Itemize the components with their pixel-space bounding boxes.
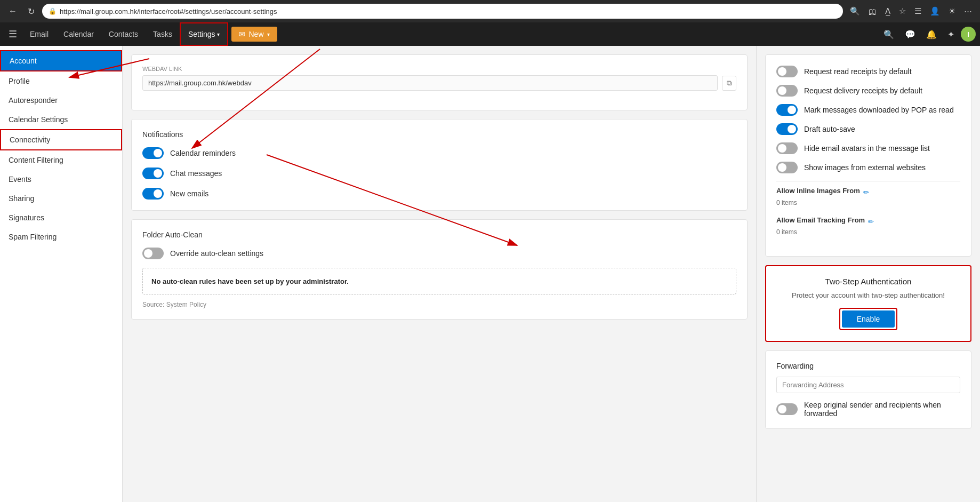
reader-view-icon[interactable]: A̲ — [882, 4, 893, 18]
sidebar-item-calendar-settings[interactable]: Calendar Settings — [0, 110, 122, 129]
folder-auto-clean-card: Folder Auto-Clean Override auto-clean se… — [131, 219, 748, 320]
two-step-title: Two-Step Authentication — [777, 277, 960, 286]
enable-button[interactable]: Enable — [842, 310, 895, 328]
toggle-row-delivery-receipts: Request delivery receipts by default — [776, 85, 960, 97]
toggle-row-calendar-reminders: Calendar reminders — [142, 147, 736, 159]
bookmark-icon[interactable]: ☆ — [896, 4, 909, 18]
reader-icon[interactable]: 🕮 — [866, 5, 879, 18]
sidebar-item-signatures[interactable]: Signatures — [0, 208, 122, 227]
toggle-row-hide-avatars: Hide email avatars in the message list — [776, 142, 960, 154]
label-calendar-reminders: Calendar reminders — [170, 149, 236, 157]
no-rules-text: No auto-clean rules have been set up by … — [151, 277, 349, 285]
back-button[interactable]: ← — [5, 4, 20, 18]
label-override: Override auto-clean settings — [170, 249, 263, 258]
two-step-auth-card: Two-Step Authentication Protect your acc… — [765, 265, 971, 342]
toolbar-nav: Email Calendar Contacts Tasks Settings ▾ — [22, 22, 228, 46]
toggle-row-read-receipts: Request read receipts by default — [776, 66, 960, 77]
theme-button[interactable]: ✦ — [943, 26, 959, 43]
sidebar-item-connectivity[interactable]: Connectivity — [0, 129, 122, 150]
two-step-description: Protect your account with two-step authe… — [777, 291, 960, 299]
label-read-receipts: Request read receipts by default — [804, 67, 912, 76]
label-new-emails: New emails — [170, 189, 208, 198]
sidebar-item-profile[interactable]: Profile — [0, 71, 122, 91]
sidebar-item-account[interactable]: Account — [0, 50, 122, 71]
toolbar-tasks[interactable]: Tasks — [146, 22, 180, 46]
label-show-images: Show images from external websites — [804, 163, 926, 172]
content-area: WEBDAV LINK ⧉ Notifications Calendar re — [123, 46, 980, 502]
webdav-card: WEBDAV LINK ⧉ — [131, 54, 748, 110]
toggle-chat-messages[interactable] — [142, 168, 164, 179]
label-draft-autosave: Draft auto-save — [804, 125, 855, 133]
allow-tracking-count: 0 items — [776, 228, 960, 236]
copy-button[interactable]: ⧉ — [722, 76, 736, 91]
sidebar-item-sharing[interactable]: Sharing — [0, 189, 122, 208]
label-delivery-receipts: Request delivery receipts by default — [804, 86, 922, 95]
extensions-icon[interactable]: ☀ — [946, 4, 958, 18]
toggle-hide-avatars[interactable] — [776, 142, 798, 154]
allow-inline-edit-icon[interactable]: ✏ — [863, 188, 869, 196]
sidebar-item-content-filtering[interactable]: Content Filtering — [0, 150, 122, 170]
toggle-row-keep-sender: Keep original sender and recipients when… — [776, 401, 960, 418]
toggle-keep-sender[interactable] — [776, 403, 798, 415]
url-text: https://mail.group.com.hk/interface/root… — [60, 7, 837, 15]
chat-button[interactable]: 💬 — [901, 26, 920, 43]
forwarding-address-input[interactable] — [776, 377, 960, 393]
toggle-draft-autosave[interactable] — [776, 123, 798, 135]
no-rules-box: No auto-clean rules have been set up by … — [142, 268, 736, 294]
toggle-override[interactable] — [142, 248, 164, 259]
main-layout: Account Profile Autoresponder Calendar S… — [0, 46, 980, 502]
email-settings-card: Request read receipts by default Request… — [765, 54, 971, 257]
sidebar-item-autoresponder[interactable]: Autoresponder — [0, 91, 122, 110]
allow-tracking-title: Allow Email Tracking From — [776, 216, 865, 224]
envelope-icon: ✉ — [239, 30, 245, 38]
browser-actions: 🔍 🕮 A̲ ☆ ☰ 👤 ☀ ⋯ — [847, 4, 975, 18]
label-chat-messages: Chat messages — [170, 169, 222, 178]
toggle-read-receipts[interactable] — [776, 66, 798, 77]
toggle-row-show-images: Show images from external websites — [776, 162, 960, 173]
user-avatar[interactable]: I — [961, 27, 976, 42]
toolbar-settings[interactable]: Settings ▾ — [180, 22, 229, 46]
label-hide-avatars: Hide email avatars in the message list — [804, 144, 930, 153]
webdav-label: WEBDAV LINK — [142, 66, 736, 72]
toggle-row-override: Override auto-clean settings — [142, 248, 736, 259]
toggle-row-pop-read: Mark messages downloaded by POP as read — [776, 104, 960, 116]
toolbar-contacts[interactable]: Contacts — [101, 22, 146, 46]
forwarding-title: Forwarding — [776, 362, 960, 370]
webdav-row: ⧉ — [142, 75, 736, 91]
allow-tracking-title-row: Allow Email Tracking From ✏ — [776, 216, 960, 227]
toggle-show-images[interactable] — [776, 162, 798, 173]
sidebar-toggle[interactable]: ☰ — [4, 25, 21, 43]
sidebar-item-events[interactable]: Events — [0, 170, 122, 189]
allow-inline-count: 0 items — [776, 199, 960, 206]
address-bar[interactable]: 🔒 https://mail.group.com.hk/interface/ro… — [42, 4, 843, 19]
browser-chrome: ← ↻ 🔒 https://mail.group.com.hk/interfac… — [0, 0, 980, 22]
allow-tracking-section: Allow Email Tracking From ✏ 0 items — [776, 216, 960, 236]
sidebar-item-spam-filtering[interactable]: Spam Filtering — [0, 227, 122, 246]
toggle-calendar-reminders[interactable] — [142, 147, 164, 159]
folder-auto-clean-title: Folder Auto-Clean — [142, 230, 736, 239]
toggle-row-draft-autosave: Draft auto-save — [776, 123, 960, 135]
allow-tracking-edit-icon[interactable]: ✏ — [868, 218, 874, 226]
lock-icon: 🔒 — [49, 7, 57, 15]
label-keep-sender: Keep original sender and recipients when… — [804, 401, 960, 418]
toggle-delivery-receipts[interactable] — [776, 85, 798, 97]
refresh-button[interactable]: ↻ — [25, 4, 38, 19]
zoom-icon[interactable]: 🔍 — [847, 4, 863, 18]
collections-icon[interactable]: ☰ — [912, 4, 924, 18]
copy-icon: ⧉ — [727, 79, 732, 87]
toggle-new-emails[interactable] — [142, 188, 164, 200]
webdav-input[interactable] — [142, 75, 718, 91]
new-button[interactable]: ✉ New ▾ — [231, 27, 277, 42]
bell-button[interactable]: 🔔 — [922, 26, 941, 43]
app-toolbar: ☰ Email Calendar Contacts Tasks Settings… — [0, 22, 980, 46]
main-panel: WEBDAV LINK ⧉ Notifications Calendar re — [123, 46, 756, 502]
toolbar-calendar[interactable]: Calendar — [56, 22, 101, 46]
toggle-pop-read[interactable] — [776, 104, 798, 116]
profile-icon[interactable]: 👤 — [927, 4, 943, 18]
forwarding-card: Forwarding Keep original sender and reci… — [765, 350, 971, 429]
toolbar-email[interactable]: Email — [22, 22, 56, 46]
right-panel: Request read receipts by default Request… — [756, 46, 980, 502]
search-button[interactable]: 🔍 — [879, 26, 898, 43]
more-icon[interactable]: ⋯ — [961, 4, 975, 18]
notifications-title: Notifications — [142, 130, 736, 139]
